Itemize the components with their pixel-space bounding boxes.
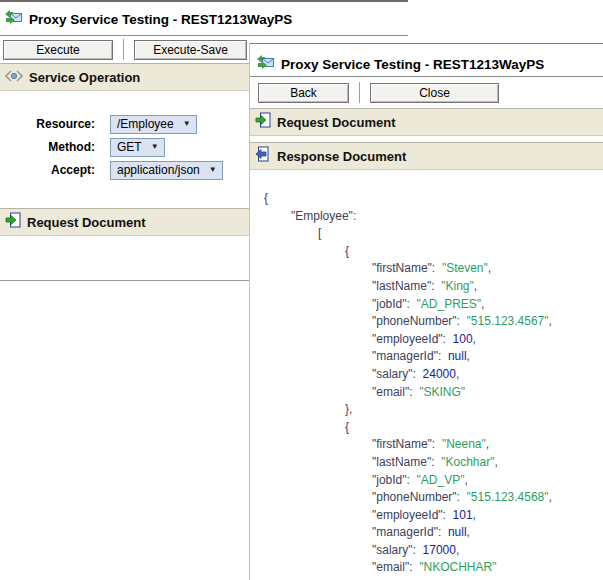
proxy-service-mail-icon xyxy=(257,54,275,74)
toolbar-separator xyxy=(123,39,124,60)
dropdown-arrow-icon: ▼ xyxy=(151,143,159,151)
request-doc-icon xyxy=(5,212,21,232)
code-line: "phoneNumber": "515.123.4568", xyxy=(264,489,603,507)
page-title: Proxy Service Testing - REST1213WayPS xyxy=(29,12,292,27)
code-line: "firstName": "Steven", xyxy=(264,260,603,278)
method-row: Method: GET▼ xyxy=(0,137,165,157)
code-line: [ xyxy=(264,225,603,243)
code-line: "employeeId": 100, xyxy=(264,331,603,349)
page-title: Proxy Service Testing - REST1213WayPS xyxy=(281,57,544,72)
code-line: "email": "NKOCHHAR" xyxy=(264,559,603,577)
code-line: "managerId": null, xyxy=(264,348,603,366)
code-line: "lastName": "Kochhar", xyxy=(264,454,603,472)
code-line: "phoneNumber": "515.123.4567", xyxy=(264,313,603,331)
method-select[interactable]: GET▼ xyxy=(110,138,165,157)
resource-select[interactable]: /Employee▼ xyxy=(110,115,197,134)
title-divider xyxy=(0,35,408,36)
request-doc-icon xyxy=(255,112,271,132)
response-document-section-header[interactable]: Response Document xyxy=(250,142,603,170)
front-window-title-row: Proxy Service Testing - REST1213WayPS xyxy=(257,50,603,78)
method-label: Method: xyxy=(0,140,95,154)
execute-button[interactable]: Execute xyxy=(3,40,113,60)
response-json: {"Employee":[{"firstName": "Steven","las… xyxy=(250,182,603,580)
accept-row: Accept: application/json▼ xyxy=(0,160,223,180)
code-line: "Employee": xyxy=(264,208,603,226)
code-line: "jobId": "AD_PRES", xyxy=(264,296,603,314)
code-line: "salary": 17000, xyxy=(264,542,603,560)
code-line: "email": "SKING" xyxy=(264,384,603,402)
accept-label: Accept: xyxy=(0,163,95,177)
proxy-testing-window-front: Proxy Service Testing - REST1213WayPS Ba… xyxy=(249,43,603,580)
code-line: "lastName": "King", xyxy=(264,278,603,296)
screen: Proxy Service Testing - REST1213WayPS Ex… xyxy=(0,0,603,580)
section-label: Request Document xyxy=(277,115,395,130)
resource-label: Resource: xyxy=(0,117,95,131)
close-button[interactable]: Close xyxy=(370,83,499,103)
accept-select[interactable]: application/json▼ xyxy=(110,161,223,180)
code-line: }, xyxy=(264,401,603,419)
code-line: "managerId": null, xyxy=(264,524,603,542)
collapse-diamond-icon[interactable] xyxy=(5,68,23,86)
proxy-service-mail-icon xyxy=(5,9,23,29)
code-line: { xyxy=(264,190,603,208)
response-doc-icon xyxy=(255,146,271,166)
code-line: { xyxy=(264,243,603,261)
section-label: Service Operation xyxy=(29,70,140,85)
resource-row: Resource: /Employee▼ xyxy=(0,114,197,134)
code-line: { xyxy=(264,419,603,437)
section-label: Response Document xyxy=(277,149,406,164)
dropdown-arrow-icon: ▼ xyxy=(183,120,191,128)
dropdown-arrow-icon: ▼ xyxy=(209,166,217,174)
toolbar-separator xyxy=(359,82,360,103)
section-label: Request Document xyxy=(27,215,145,230)
back-button[interactable]: Back xyxy=(258,83,349,103)
execute-save-button[interactable]: Execute-Save xyxy=(134,40,247,60)
code-line: "employeeId": 101, xyxy=(264,507,603,525)
title-divider xyxy=(250,76,603,77)
back-toolbar: Execute Execute-Save xyxy=(3,39,247,60)
code-line: "firstName": "Neena", xyxy=(264,436,603,454)
code-line: "salary": 24000, xyxy=(264,366,603,384)
code-line: "jobId": "AD_VP", xyxy=(264,472,603,490)
back-window-title-row: Proxy Service Testing - REST1213WayPS xyxy=(5,5,408,33)
front-toolbar: Back Close xyxy=(258,82,499,103)
request-document-section-header[interactable]: Request Document xyxy=(250,108,603,136)
